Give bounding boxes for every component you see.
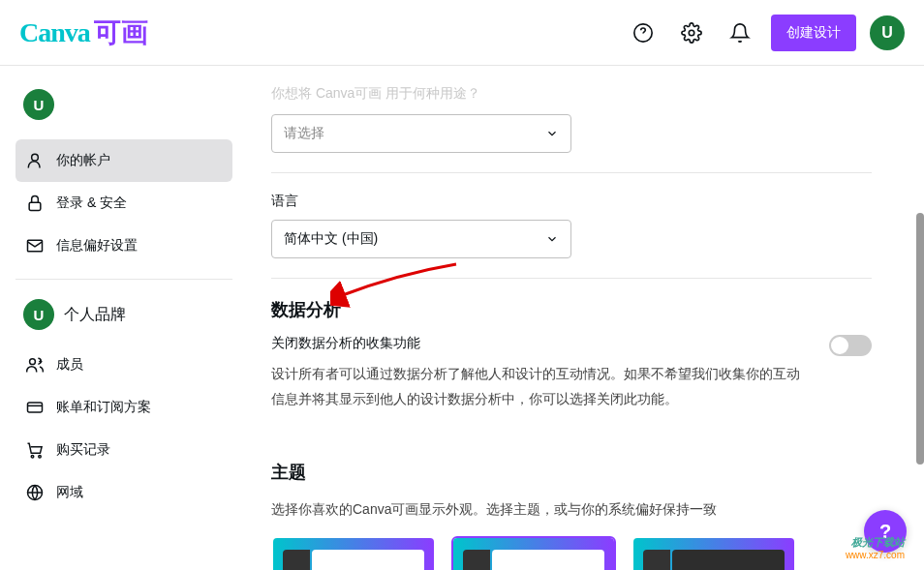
mail-icon (25, 236, 45, 255)
create-design-button[interactable]: 创建设计 (771, 15, 856, 51)
user-avatar-header[interactable]: U (870, 15, 905, 50)
purpose-select-placeholder: 请选择 (284, 125, 324, 142)
sidebar-item-label: 账单和订阅方案 (56, 399, 151, 416)
lock-icon (25, 194, 45, 213)
sidebar-item-members[interactable]: 成员 (15, 344, 232, 386)
logo-canva-text: Canva (19, 17, 90, 48)
user-icon (25, 151, 45, 170)
analytics-title: 数据分析 (271, 298, 872, 321)
theme-description: 选择你喜欢的Canva可画显示外观。选择主题，或与你的系统偏好保持一致 (271, 497, 872, 523)
purpose-select[interactable]: 请选择 (271, 114, 571, 153)
theme-options (271, 536, 872, 570)
cart-icon (25, 440, 45, 460)
header-right: 创建设计 U (626, 15, 905, 51)
svg-point-8 (39, 455, 42, 458)
sidebar-item-account[interactable]: 你的帐户 (15, 139, 232, 182)
language-section: 语言 简体中文 (中国) (271, 173, 872, 258)
chevron-down-icon (545, 232, 559, 246)
purpose-question: 你想将 Canva可画 用于何种用途？ (271, 85, 872, 103)
sidebar-item-domain[interactable]: 网域 (15, 471, 232, 514)
theme-section: 主题 选择你喜欢的Canva可画显示外观。选择主题，或与你的系统偏好保持一致 (271, 412, 872, 570)
svg-point-7 (31, 455, 34, 458)
sidebar-user-avatar: U (23, 89, 54, 120)
svg-rect-3 (29, 202, 41, 210)
watermark: 极光下载站 www.xz7.com (846, 535, 905, 560)
analytics-toggle-label: 关闭数据分析的收集功能 (271, 335, 810, 352)
analytics-toggle[interactable] (829, 335, 872, 356)
sidebar-item-label: 登录 & 安全 (56, 195, 127, 212)
analytics-section: 数据分析 关闭数据分析的收集功能 设计所有者可以通过数据分析了解他人和设计的互动… (271, 279, 872, 412)
analytics-toggle-row: 关闭数据分析的收集功能 设计所有者可以通过数据分析了解他人和设计的互动情况。如果… (271, 335, 872, 412)
sidebar-divider (15, 279, 232, 280)
sidebar-user-row[interactable]: U (15, 81, 232, 128)
logo[interactable]: Canva 可画 (19, 15, 148, 51)
language-select[interactable]: 简体中文 (中国) (271, 220, 571, 258)
bell-icon[interactable] (723, 15, 757, 50)
sidebar-item-label: 购买记录 (56, 441, 110, 459)
card-icon (25, 398, 45, 417)
svg-rect-6 (28, 403, 43, 412)
help-icon[interactable] (626, 15, 661, 50)
watermark-line2: www.xz7.com (846, 550, 905, 560)
app-header: Canva 可画 创建设计 U (0, 0, 924, 66)
main-layout: U 你的帐户 登录 & 安全 信息偏好设置 U 个人品牌 成员 账单和订阅方案 (0, 66, 924, 570)
sidebar-brand-avatar: U (23, 299, 54, 330)
language-label: 语言 (271, 193, 872, 210)
watermark-line1: 极光下载站 (846, 535, 905, 550)
purpose-section: 你想将 Canva可画 用于何种用途？ 请选择 (271, 66, 872, 153)
chevron-down-icon (545, 127, 559, 140)
people-icon (25, 355, 45, 375)
sidebar-item-security[interactable]: 登录 & 安全 (15, 182, 232, 225)
svg-point-5 (30, 359, 36, 365)
theme-title: 主题 (271, 461, 872, 484)
gear-icon[interactable] (674, 15, 709, 50)
svg-point-2 (32, 154, 39, 161)
sidebar-brand-label: 个人品牌 (64, 305, 126, 325)
analytics-description: 设计所有者可以通过数据分析了解他人和设计的互动情况。如果不希望我们收集你的互动信… (271, 362, 810, 412)
logo-chinese-text: 可画 (94, 15, 148, 51)
sidebar-item-messages[interactable]: 信息偏好设置 (15, 225, 232, 267)
analytics-text: 关闭数据分析的收集功能 设计所有者可以通过数据分析了解他人和设计的互动情况。如果… (271, 335, 810, 412)
sidebar-item-label: 成员 (56, 356, 83, 374)
settings-content: 你想将 Canva可画 用于何种用途？ 请选择 语言 简体中文 (中国) 数据分… (248, 66, 924, 570)
globe-icon (25, 483, 45, 502)
sidebar-item-purchases[interactable]: 购买记录 (15, 429, 232, 471)
sidebar-item-billing[interactable]: 账单和订阅方案 (15, 386, 232, 429)
theme-option-system[interactable] (631, 536, 796, 570)
sidebar-item-label: 网域 (56, 484, 83, 501)
scrollbar[interactable] (916, 213, 924, 465)
sidebar-item-label: 信息偏好设置 (56, 237, 138, 255)
sidebar-brand-row[interactable]: U 个人品牌 (15, 291, 232, 338)
theme-option-light[interactable] (271, 536, 436, 570)
theme-option-dark[interactable] (451, 536, 616, 570)
svg-point-1 (689, 30, 694, 36)
language-select-value: 简体中文 (中国) (284, 230, 378, 248)
sidebar-item-label: 你的帐户 (56, 152, 110, 169)
sidebar: U 你的帐户 登录 & 安全 信息偏好设置 U 个人品牌 成员 账单和订阅方案 (0, 66, 248, 570)
